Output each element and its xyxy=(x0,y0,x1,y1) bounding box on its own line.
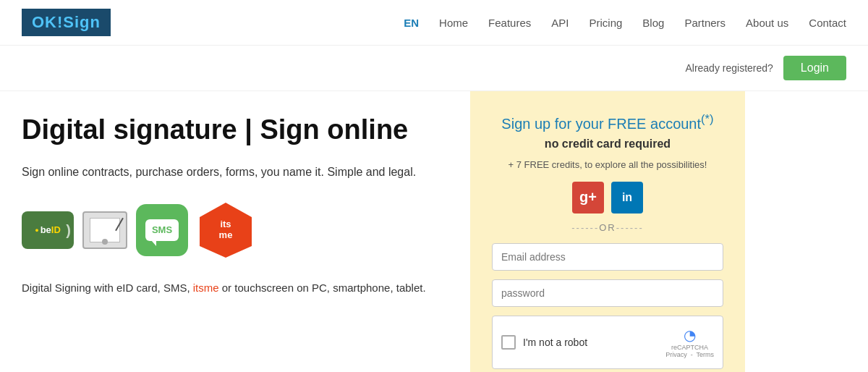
social-row: g+ in xyxy=(492,182,723,214)
captcha-left: I'm not a robot xyxy=(501,335,587,350)
logo-text: OK!Sign xyxy=(32,13,101,31)
google-icon: g+ xyxy=(579,189,597,206)
sms-bubble: SMS xyxy=(145,219,179,241)
nav: EN Home Features API Pricing Blog Partne… xyxy=(404,17,846,29)
google-signup-button[interactable]: g+ xyxy=(572,182,604,214)
captcha-box: I'm not a robot ◔ reCAPTCHA Privacy - Te… xyxy=(492,316,723,369)
signup-subtitle: no credit card required xyxy=(492,138,723,151)
recaptcha-logo-icon: ◔ xyxy=(684,326,696,344)
sms-icon: SMS xyxy=(136,204,188,256)
nav-pricing[interactable]: Pricing xyxy=(589,17,622,29)
recaptcha-brand: reCAPTCHA xyxy=(671,344,708,351)
nav-partners[interactable]: Partners xyxy=(684,17,726,29)
sms-label: SMS xyxy=(152,224,172,235)
captcha-right: ◔ reCAPTCHA Privacy - Terms xyxy=(665,326,714,358)
terms-link[interactable]: Terms xyxy=(697,351,715,358)
captcha-label: I'm not a robot xyxy=(523,337,587,348)
recaptcha-links: Privacy - Terms xyxy=(665,351,714,358)
password-input[interactable] xyxy=(492,279,723,307)
or-divider: ------OR------ xyxy=(492,222,723,233)
captcha-checkbox[interactable] xyxy=(501,335,516,350)
header: OK!Sign EN Home Features API Pricing Blo… xyxy=(0,0,868,46)
linkedin-icon: in xyxy=(622,191,632,204)
bottom-text: Digital Signing with eID card, SMS, itsm… xyxy=(22,279,456,297)
main: Digital signature | Sign online Sign onl… xyxy=(0,91,868,372)
linkedin-signup-button[interactable]: in xyxy=(611,182,643,214)
icons-row: ● beID ) SMS its xyxy=(22,201,456,259)
bottom-text-part1: Digital Signing with eID card, SMS, xyxy=(22,282,193,294)
left-section: Digital signature | Sign online Sign onl… xyxy=(22,91,470,372)
email-input[interactable] xyxy=(492,243,723,271)
nav-home[interactable]: Home xyxy=(439,17,468,29)
nav-blog[interactable]: Blog xyxy=(642,17,664,29)
tablet-icon xyxy=(82,211,127,249)
nav-contact[interactable]: Contact xyxy=(809,17,846,29)
logo[interactable]: OK!Sign xyxy=(22,9,111,36)
itsme-label: its me xyxy=(219,219,233,241)
bottom-text-part2: or touchscreen on PC, smartphone, tablet… xyxy=(219,282,426,294)
signup-title: Sign up for your FREE account(*) xyxy=(492,111,723,133)
already-registered-text: Already registered? xyxy=(685,62,773,74)
nav-features[interactable]: Features xyxy=(488,17,531,29)
itsme-link[interactable]: itsme xyxy=(193,282,219,294)
hero-subtitle: Sign online contracts, purchase orders, … xyxy=(22,164,456,181)
signup-panel: Sign up for your FREE account(*) no cred… xyxy=(470,91,745,372)
eid-icon: ● beID ) xyxy=(22,211,74,249)
eid-dot: ● xyxy=(35,227,38,234)
eid-label: beID xyxy=(41,224,61,235)
login-button[interactable]: Login xyxy=(783,56,846,80)
hero-title: Digital signature | Sign online xyxy=(22,113,456,148)
nav-lang[interactable]: EN xyxy=(404,17,419,29)
nav-about[interactable]: About us xyxy=(746,17,788,29)
privacy-link[interactable]: Privacy xyxy=(665,351,687,358)
login-bar: Already registered? Login xyxy=(0,46,868,91)
signup-credits: + 7 FREE credits, to explore all the pos… xyxy=(492,159,723,170)
itsme-container: its me xyxy=(197,201,255,259)
nav-api[interactable]: API xyxy=(551,17,569,29)
